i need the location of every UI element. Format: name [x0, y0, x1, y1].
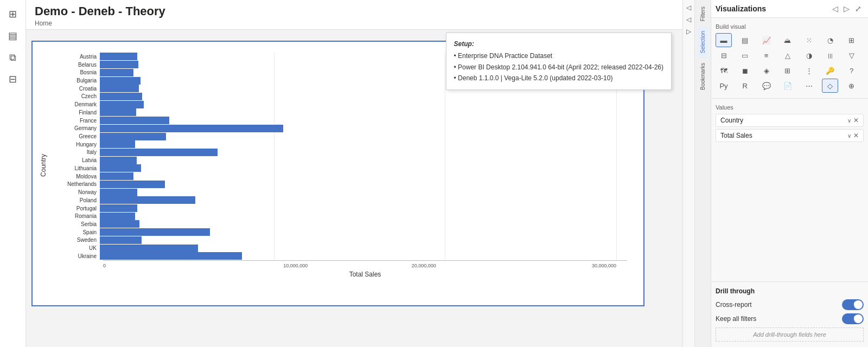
viz-icon-treemap[interactable]: ⊞	[780, 63, 796, 78]
bar-track	[100, 133, 616, 140]
viz-icon-stacked-bar[interactable]: ▤	[737, 33, 753, 47]
bar-label: Greece	[51, 133, 100, 139]
bar-row: France	[51, 117, 616, 124]
field-total-sales-chevron[interactable]: ∨	[847, 133, 851, 139]
bar-track	[100, 117, 616, 124]
viz-icon-shape-map[interactable]: ◈	[758, 63, 775, 78]
bar-row: UK	[51, 245, 616, 252]
field-country-chevron[interactable]: ∨	[847, 118, 851, 124]
setup-line-3: • Deneb 1.1.0.0 | Vega-Lite 5.2.0 (updat…	[454, 73, 663, 83]
viz-icon-kpi[interactable]: △	[780, 48, 796, 62]
viz-icon-python[interactable]: Py	[716, 79, 732, 93]
field-country-label: Country	[720, 117, 743, 124]
build-visual-label: Build visual	[716, 23, 864, 30]
viz-icon-bar[interactable]: ▬	[716, 33, 732, 47]
sidebar-icon-table[interactable]: ▤	[3, 26, 23, 46]
bar-row: Norway	[51, 189, 616, 196]
bar-track	[100, 196, 616, 204]
panel-expand[interactable]: ⤢	[853, 3, 864, 14]
bar-track	[100, 125, 616, 132]
collapse-arrow-1[interactable]: ◁	[685, 2, 693, 13]
cross-report-toggle-label: On	[854, 301, 861, 307]
cross-report-row: Cross-report On	[716, 299, 864, 310]
bar-row: Romania	[51, 213, 616, 220]
expand-arrow[interactable]: ▷	[685, 26, 693, 37]
viz-icon-extra[interactable]: ⊕	[844, 79, 860, 93]
viz-icon-area[interactable]: ⛰	[780, 33, 796, 47]
bar-fill	[100, 93, 142, 100]
bar-label: Portugal	[51, 205, 100, 211]
panel-arrow-left[interactable]: ◁	[830, 3, 840, 14]
bar-row: Germany	[51, 125, 616, 132]
bar-track	[100, 204, 616, 212]
bar-row: Poland	[51, 196, 616, 204]
bar-row: Denmark	[51, 101, 616, 108]
viz-icon-matrix[interactable]: ⊟	[716, 48, 732, 62]
bar-fill	[100, 101, 144, 108]
bar-label: Finland	[51, 110, 100, 115]
tab-selection[interactable]: Selection	[698, 27, 708, 57]
viz-icon-qna[interactable]: ?	[844, 63, 860, 78]
viz-icon-waterfall[interactable]: ⫼	[822, 48, 838, 62]
right-panel-header: Visualizations ◁ ▷ ⤢	[711, 0, 868, 18]
keep-all-filters-toggle[interactable]: On	[842, 313, 864, 324]
panel-arrow-right[interactable]: ▷	[841, 3, 852, 14]
bar-label: Bulgaria	[51, 78, 100, 83]
main-content: Demo - Deneb - Theory Home Setup: • Ente…	[26, 0, 682, 347]
bar-fill	[100, 220, 139, 228]
tab-bookmarks[interactable]: Bookmarks	[698, 59, 708, 94]
viz-icon-gauge[interactable]: ◑	[801, 48, 817, 62]
breadcrumb: Home	[35, 20, 674, 27]
x-tick-1: 10,000,000	[232, 263, 360, 268]
viz-icon-map[interactable]: 🗺	[716, 63, 732, 78]
bar-label: Poland	[51, 197, 100, 203]
bar-label: Sweden	[51, 237, 100, 243]
viz-icon-deneb[interactable]: ◇	[822, 79, 838, 93]
sidebar-icon-grid[interactable]: ⊞	[3, 4, 23, 24]
viz-icon-line[interactable]: 📈	[758, 33, 775, 47]
bar-track	[100, 189, 616, 196]
bar-label: Latvia	[51, 157, 100, 163]
viz-icon-table[interactable]: ⊞	[844, 33, 860, 47]
bar-label: Croatia	[51, 86, 100, 92]
bar-row: Portugal	[51, 204, 616, 212]
bar-row: Latvia	[51, 157, 616, 164]
bar-fill	[100, 85, 139, 92]
viz-icon-key-inf[interactable]: 🔑	[822, 63, 838, 78]
collapse-arrow-2[interactable]: ◁	[685, 14, 693, 25]
viz-icon-r[interactable]: R	[737, 79, 753, 93]
sidebar-icon-layers[interactable]: ⧉	[3, 48, 23, 67]
x-tick-3: 30,000,000	[488, 263, 617, 268]
viz-icon-card[interactable]: ▭	[737, 48, 753, 62]
tab-filters[interactable]: Filters	[698, 2, 708, 25]
viz-icon-scatter[interactable]: ⁙	[801, 33, 817, 47]
x-tick-0: 0	[103, 263, 232, 268]
cross-report-toggle[interactable]: On	[842, 299, 864, 310]
viz-icon-multirow[interactable]: ≡	[758, 48, 775, 62]
field-total-sales-remove[interactable]: ✕	[853, 132, 859, 139]
viz-icon-funnel[interactable]: ▽	[844, 48, 860, 62]
viz-icon-smart[interactable]: 💬	[758, 79, 775, 93]
bar-fill	[100, 181, 165, 188]
field-total-sales: Total Sales ∨ ✕	[716, 129, 864, 142]
sidebar-icon-filter[interactable]: ⊟	[3, 69, 23, 89]
bar-row: Italy	[51, 149, 616, 156]
bar-fill	[100, 172, 133, 180]
viz-icon-more[interactable]: ⋯	[801, 79, 817, 93]
bar-label: Lithuania	[51, 165, 100, 171]
bar-row: Lithuania	[51, 164, 616, 172]
keep-all-filters-toggle-label: On	[854, 315, 861, 321]
viz-icon-filled-map[interactable]: ◼	[737, 63, 753, 78]
viz-icon-pie[interactable]: ◔	[822, 33, 838, 47]
bar-fill	[100, 125, 283, 132]
field-country-remove[interactable]: ✕	[853, 117, 859, 124]
bar-label: Belarus	[51, 62, 100, 68]
viz-icon-paginated[interactable]: 📄	[780, 79, 796, 93]
bar-track	[100, 93, 616, 100]
bar-fill	[100, 189, 137, 196]
viz-icon-decomp[interactable]: ⋮	[801, 63, 817, 78]
keep-all-filters-row: Keep all filters On	[716, 313, 864, 324]
bar-track	[100, 213, 616, 220]
bar-label: UK	[51, 245, 100, 251]
bar-label: Italy	[51, 149, 100, 155]
